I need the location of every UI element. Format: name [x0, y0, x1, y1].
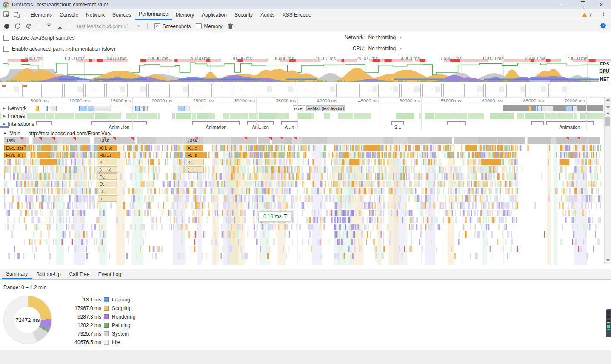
warning-icon[interactable] [582, 13, 587, 17]
tab-network[interactable]: Network [82, 10, 108, 20]
frame-bar[interactable] [419, 113, 421, 119]
frame-bar[interactable] [338, 113, 353, 119]
screenshot-thumbnail[interactable] [464, 84, 484, 97]
minimize-button[interactable]: – [552, 0, 572, 9]
screenshot-thumbnail[interactable] [169, 84, 189, 97]
network-request[interactable] [542, 106, 554, 111]
frame-bar[interactable] [192, 113, 196, 119]
network-request[interactable] [111, 108, 134, 108]
flame-bar[interactable]: Kt [186, 159, 204, 165]
frame-bar[interactable] [324, 113, 330, 119]
screenshot-thumbnail[interactable] [233, 84, 252, 97]
frame-bar[interactable] [468, 113, 471, 119]
task-bar[interactable]: Task [186, 137, 203, 144]
tab-console[interactable]: Console [56, 10, 82, 20]
main-thread-header[interactable]: ▼ Main — http://test.leadscloud.com/Fron… [0, 130, 611, 137]
screenshot-thumbnail[interactable] [317, 84, 337, 97]
network-throttle-select[interactable]: No throttling [368, 34, 396, 40]
frame-bar[interactable] [517, 113, 524, 119]
screenshot-thumbnail[interactable] [570, 84, 589, 97]
frame-bar[interactable] [259, 113, 276, 119]
screenshot-thumbnail[interactable] [43, 84, 63, 97]
network-request[interactable] [79, 106, 87, 111]
network-request[interactable] [36, 106, 39, 111]
interaction-bracket[interactable] [91, 121, 147, 125]
network-request[interactable] [148, 108, 153, 108]
frames-track-toggle[interactable]: ▶ Frames [1, 113, 27, 119]
network-request[interactable] [46, 106, 48, 111]
frame-bar[interactable] [276, 113, 289, 119]
frame-bar[interactable] [574, 113, 577, 119]
chevron-down-icon[interactable]: ▼ [399, 47, 403, 51]
frame-bar[interactable] [425, 113, 434, 119]
close-button[interactable]: ✕ [591, 0, 611, 9]
scroll-down-icon[interactable] [606, 259, 610, 262]
network-request[interactable] [144, 106, 148, 111]
screenshot-thumbnail[interactable] [506, 84, 526, 97]
tab-performance[interactable]: Performance [135, 10, 172, 20]
tab-call-tree[interactable]: Call Tree [65, 270, 94, 279]
scroll-down-icon[interactable] [606, 106, 610, 108]
frame-bar[interactable] [354, 113, 371, 119]
frame-bar[interactable] [249, 113, 259, 119]
flame-bar[interactable]: D... [98, 181, 117, 187]
tab-application[interactable]: Application [198, 10, 231, 20]
frame-bar[interactable] [396, 113, 414, 119]
screenshot-thumbnail[interactable] [296, 84, 315, 97]
clear-icon[interactable] [26, 23, 32, 29]
frame-bar[interactable] [55, 113, 74, 119]
vertical-scrollbar[interactable] [604, 97, 611, 264]
tab-xss-encode[interactable]: XSS Encode [279, 10, 315, 20]
screenshot-thumbnail[interactable] [359, 84, 379, 97]
interaction-bracket[interactable] [281, 121, 298, 125]
screenshot-thumbnail[interactable] [127, 84, 147, 97]
flame-bar[interactable]: D... [98, 188, 117, 194]
screenshot-thumbnail[interactable] [191, 84, 210, 97]
network-request[interactable] [94, 106, 111, 111]
tab-summary[interactable]: Summary [2, 270, 32, 279]
network-request[interactable] [538, 106, 541, 111]
frames-track[interactable]: ▶ Frames [0, 112, 604, 120]
tab-bottom-up[interactable]: Bottom-Up [32, 270, 65, 279]
tab-elements[interactable]: Elements [27, 10, 56, 20]
frame-bar[interactable] [297, 113, 311, 119]
frame-bar[interactable] [501, 113, 514, 119]
network-request[interactable] [135, 106, 140, 111]
flame-bar[interactable]: Pe [98, 173, 117, 180]
settings-gear-icon[interactable] [600, 23, 607, 30]
frame-bar[interactable] [138, 113, 157, 119]
screenshot-thumbnail[interactable] [485, 84, 505, 97]
flame-bar[interactable]: n [98, 195, 117, 202]
more-options-icon[interactable]: ⋮ [599, 11, 608, 18]
screenshot-thumbnail[interactable] [106, 84, 126, 97]
flame-bar[interactable]: R...s [186, 152, 203, 158]
screenshot-filmstrip[interactable] [0, 83, 611, 98]
chevron-down-icon[interactable]: ▼ [399, 36, 403, 40]
flame-bar[interactable]: Kt [98, 159, 117, 165]
frame-bar[interactable] [108, 113, 121, 119]
flame-bar[interactable]: (a...s) [98, 166, 117, 173]
network-request[interactable] [51, 106, 57, 111]
load-profile-icon[interactable] [46, 23, 52, 29]
network-request[interactable] [178, 106, 184, 111]
frame-bar[interactable] [158, 113, 160, 119]
overview-canvas[interactable] [0, 55, 611, 83]
frame-bar[interactable] [95, 113, 108, 119]
interaction-bracket[interactable] [447, 121, 466, 125]
screenshot-thumbnail[interactable] [401, 84, 421, 97]
scroll-up-icon[interactable] [606, 98, 610, 101]
frame-bar[interactable] [223, 113, 229, 119]
frame-bar[interactable] [545, 113, 551, 119]
network-request[interactable] [566, 106, 573, 111]
flame-chart[interactable]: 0.18 msT TaskTaskTaskEve...terFun...allX… [0, 137, 611, 265]
screenshot-thumbnail[interactable] [528, 84, 547, 97]
frame-bar[interactable] [525, 113, 544, 119]
network-request[interactable] [184, 106, 190, 111]
frame-bar[interactable] [230, 113, 248, 119]
tab-memory[interactable]: Memory [172, 10, 198, 20]
scrollbar-thumb[interactable] [605, 117, 610, 126]
flame-bar[interactable]: XH...e [98, 145, 117, 151]
screenshot-thumbnail[interactable] [148, 84, 168, 97]
frame-bar[interactable] [26, 113, 45, 119]
flame-bar[interactable]: Fun...all [4, 152, 26, 158]
